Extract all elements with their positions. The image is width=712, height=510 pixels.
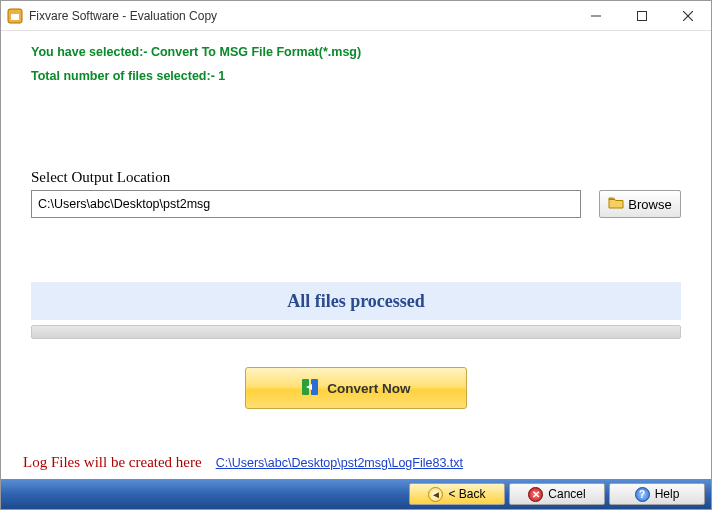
convert-now-button[interactable]: Convert Now xyxy=(245,367,467,409)
progress-bar xyxy=(31,325,681,339)
svg-rect-1 xyxy=(11,14,19,20)
status-text: All files processed xyxy=(31,282,681,320)
convert-label: Convert Now xyxy=(327,381,410,396)
back-label: < Back xyxy=(448,487,485,501)
browse-button[interactable]: Browse xyxy=(599,190,681,218)
convert-icon xyxy=(301,378,319,399)
output-location-label: Select Output Location xyxy=(31,169,681,186)
browse-label: Browse xyxy=(628,197,671,212)
output-path-input[interactable] xyxy=(31,190,581,218)
output-row: Browse xyxy=(31,190,681,218)
back-button[interactable]: ◄ < Back xyxy=(409,483,505,505)
close-button[interactable] xyxy=(665,1,711,30)
convert-wrap: Convert Now xyxy=(31,367,681,409)
window-title: Fixvare Software - Evaluation Copy xyxy=(29,9,573,23)
log-file-link[interactable]: C:\Users\abc\Desktop\pst2msg\LogFile83.t… xyxy=(216,456,463,470)
maximize-button[interactable] xyxy=(619,1,665,30)
svg-rect-7 xyxy=(311,379,318,395)
cancel-button[interactable]: ✕ Cancel xyxy=(509,483,605,505)
cancel-label: Cancel xyxy=(548,487,585,501)
window-controls xyxy=(573,1,711,30)
back-arrow-icon: ◄ xyxy=(428,487,443,502)
app-icon xyxy=(7,8,23,24)
help-icon: ? xyxy=(635,487,650,502)
help-label: Help xyxy=(655,487,680,501)
content-area: You have selected:- Convert To MSG File … xyxy=(1,31,711,409)
output-section: Select Output Location Browse xyxy=(31,169,681,218)
selection-info: You have selected:- Convert To MSG File … xyxy=(31,45,681,59)
cancel-icon: ✕ xyxy=(528,487,543,502)
log-line: Log Files will be created here C:\Users\… xyxy=(23,454,463,471)
help-button[interactable]: ? Help xyxy=(609,483,705,505)
minimize-button[interactable] xyxy=(573,1,619,30)
status-section: All files processed xyxy=(31,282,681,339)
folder-icon xyxy=(608,196,624,213)
bottom-nav-bar: ◄ < Back ✕ Cancel ? Help xyxy=(1,479,711,509)
log-label: Log Files will be created here xyxy=(23,454,202,471)
svg-rect-3 xyxy=(638,11,647,20)
file-count-info: Total number of files selected:- 1 xyxy=(31,69,681,83)
titlebar: Fixvare Software - Evaluation Copy xyxy=(1,1,711,31)
